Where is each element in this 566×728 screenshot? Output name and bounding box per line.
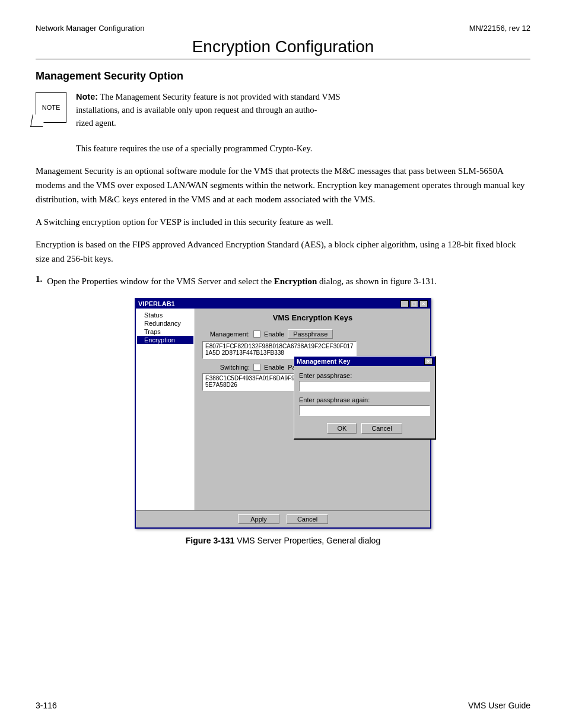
window-title: VIPERLAB1 [138, 300, 175, 307]
note-text-line4: This feature requires the use of a speci… [76, 144, 312, 153]
window-body: Status Redundancy Traps Encryption VMS E… [136, 309, 430, 510]
dialog-buttons: OK Cancel [299, 423, 430, 434]
note-text-line3: rized agent. [76, 118, 116, 128]
panel-title: VMS Encryption Keys [202, 313, 423, 322]
body-para1: Management Security is an optional softw… [36, 164, 530, 206]
dialog-close-button[interactable]: × [424, 358, 433, 365]
window-titlebar: VIPERLAB1 _ □ × [136, 299, 430, 309]
page-footer: 3-116 VMS User Guide [36, 701, 530, 710]
page-title: Encryption Configuration [36, 37, 530, 56]
management-key-dialog: Management Key × Enter passphrase: Enter… [294, 356, 436, 440]
tree-item-status[interactable]: Status [137, 311, 193, 319]
footer-right: VMS User Guide [468, 701, 530, 710]
management-enable-label: Enable [264, 330, 284, 338]
footer-left: 3-116 [36, 701, 57, 710]
tree-item-encryption[interactable]: Encryption [137, 336, 193, 344]
step-text-pre: Open the Properties window for the VMS S… [47, 276, 274, 286]
header-left: Network Manager Configuration [36, 24, 145, 33]
maximize-button[interactable]: □ [410, 300, 418, 307]
page-container: Network Manager Configuration MN/22156, … [0, 0, 566, 728]
dialog-ok-button[interactable]: OK [327, 423, 357, 434]
tree-item-traps[interactable]: Traps [137, 328, 193, 336]
figure-caption: Figure 3-131 VMS Server Properties, Gene… [36, 536, 530, 545]
note-text-line2: installations, and is available only upo… [76, 105, 317, 115]
header-divider [36, 59, 530, 59]
enter-passphrase-label: Enter passphrase: [299, 372, 430, 379]
note-content: Note: The Management Security feature is… [76, 91, 530, 155]
step-text-bold: Encryption [274, 276, 317, 286]
window-controls: _ □ × [400, 300, 428, 307]
body-para3: Encryption is based on the FIPS approved… [36, 237, 530, 266]
window-bottom-buttons: Apply Cancel [136, 510, 430, 527]
dialog-titlebar: Management Key × [294, 357, 435, 366]
note-container: NOTE Note: The Management Security featu… [36, 91, 530, 155]
dialog-title: Management Key [297, 358, 350, 365]
step-number: 1. [36, 274, 42, 288]
minimize-button[interactable]: _ [400, 300, 409, 307]
switching-enable-checkbox[interactable] [253, 364, 260, 371]
screenshot-wrapper: VIPERLAB1 _ □ × Status Redundancy Traps … [135, 298, 431, 529]
tree-panel: Status Redundancy Traps Encryption [136, 309, 195, 510]
step-text: Open the Properties window for the VMS S… [47, 274, 437, 288]
right-panel: VMS Encryption Keys Management: Enable P… [195, 309, 430, 510]
body-para2: A Switching encryption option for VESP i… [36, 215, 530, 229]
management-enable-checkbox[interactable] [253, 330, 260, 338]
passphrase-input[interactable] [299, 381, 430, 392]
step1: 1. Open the Properties window for the VM… [36, 274, 530, 288]
section-heading: Management Security Option [36, 70, 530, 82]
note-icon: NOTE [36, 92, 66, 123]
note-label: Note: [76, 92, 98, 101]
tree-item-redundancy[interactable]: Redundancy [137, 319, 193, 328]
management-passphrase-button[interactable]: Passphrase [288, 329, 333, 339]
header-right: MN/22156, rev 12 [469, 24, 530, 33]
note-text-line1: The Management Security feature is not p… [100, 92, 340, 101]
close-button[interactable]: × [419, 300, 428, 307]
switching-enable-label: Enable [264, 364, 284, 371]
step-text-post: dialog, as shown in figure 3-131. [317, 276, 437, 286]
figure-label: Figure 3-131 [186, 536, 234, 545]
dialog-body: Enter passphrase: Enter passphrase again… [294, 366, 435, 438]
management-row: Management: Enable Passphrase [202, 329, 423, 339]
apply-button[interactable]: Apply [238, 514, 279, 524]
switching-label: Switching: [202, 364, 250, 371]
passphrase-again-input[interactable] [299, 405, 430, 416]
figure-text: VMS Server Properties, General dialog [234, 536, 380, 545]
enter-again-label: Enter passphrase again: [299, 396, 430, 403]
management-label: Management: [202, 330, 250, 338]
cancel-button[interactable]: Cancel [287, 514, 328, 524]
dialog-cancel-button[interactable]: Cancel [361, 423, 402, 434]
page-header: Network Manager Configuration MN/22156, … [36, 24, 530, 33]
